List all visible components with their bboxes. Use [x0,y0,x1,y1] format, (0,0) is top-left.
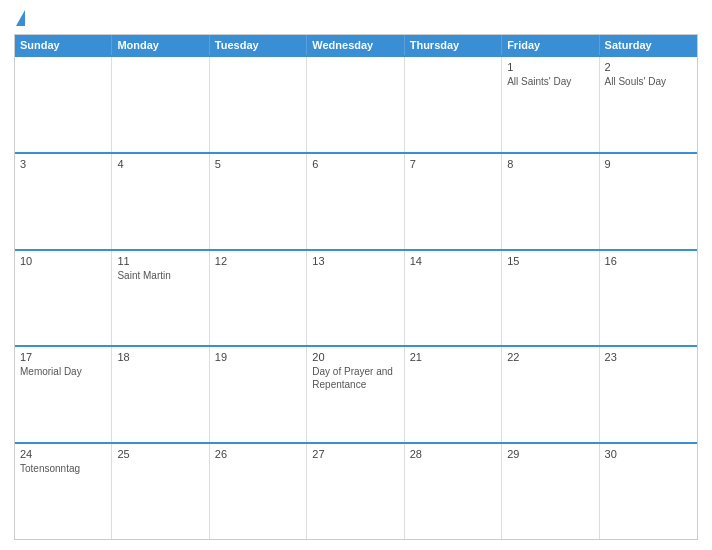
day-number: 9 [605,158,692,170]
day-number: 22 [507,351,593,363]
cal-cell: 14 [405,251,502,346]
day-event: All Souls' Day [605,75,692,88]
day-number: 20 [312,351,398,363]
cal-cell: 3 [15,154,112,249]
day-event: Saint Martin [117,269,203,282]
cal-cell [112,57,209,152]
day-number: 18 [117,351,203,363]
day-number: 23 [605,351,692,363]
day-number: 2 [605,61,692,73]
cal-cell: 11Saint Martin [112,251,209,346]
day-number: 11 [117,255,203,267]
day-number: 10 [20,255,106,267]
day-number: 19 [215,351,301,363]
cal-cell: 12 [210,251,307,346]
cal-cell: 27 [307,444,404,539]
day-number: 21 [410,351,496,363]
day-number: 6 [312,158,398,170]
cal-cell [405,57,502,152]
weekday-header-thursday: Thursday [405,35,502,55]
cal-cell [307,57,404,152]
cal-cell: 10 [15,251,112,346]
day-number: 8 [507,158,593,170]
day-number: 30 [605,448,692,460]
cal-cell: 19 [210,347,307,442]
cal-cell: 9 [600,154,697,249]
day-event: Memorial Day [20,365,106,378]
day-number: 29 [507,448,593,460]
day-number: 15 [507,255,593,267]
day-number: 1 [507,61,593,73]
day-number: 13 [312,255,398,267]
day-number: 14 [410,255,496,267]
cal-cell [15,57,112,152]
day-event: Day of Prayer and Repentance [312,365,398,391]
day-number: 3 [20,158,106,170]
day-number: 7 [410,158,496,170]
cal-cell: 7 [405,154,502,249]
page: SundayMondayTuesdayWednesdayThursdayFrid… [0,0,712,550]
weekday-header-tuesday: Tuesday [210,35,307,55]
cal-cell: 24Totensonntag [15,444,112,539]
week-row-2: 3456789 [15,152,697,249]
calendar-body: 1All Saints' Day2All Souls' Day345678910… [15,55,697,539]
calendar-header: SundayMondayTuesdayWednesdayThursdayFrid… [15,35,697,55]
cal-cell: 15 [502,251,599,346]
week-row-5: 24Totensonntag252627282930 [15,442,697,539]
week-row-1: 1All Saints' Day2All Souls' Day [15,55,697,152]
cal-cell: 25 [112,444,209,539]
cal-cell: 1All Saints' Day [502,57,599,152]
cal-cell: 8 [502,154,599,249]
header [14,10,698,26]
cal-cell: 22 [502,347,599,442]
cal-cell: 5 [210,154,307,249]
day-number: 25 [117,448,203,460]
cal-cell: 17Memorial Day [15,347,112,442]
weekday-header-friday: Friday [502,35,599,55]
cal-cell: 28 [405,444,502,539]
weekday-header-saturday: Saturday [600,35,697,55]
day-number: 28 [410,448,496,460]
day-number: 16 [605,255,692,267]
cal-cell: 16 [600,251,697,346]
cal-cell: 26 [210,444,307,539]
cal-cell: 13 [307,251,404,346]
day-event: Totensonntag [20,462,106,475]
day-number: 12 [215,255,301,267]
cal-cell: 6 [307,154,404,249]
day-number: 5 [215,158,301,170]
cal-cell: 21 [405,347,502,442]
cal-cell: 29 [502,444,599,539]
day-number: 4 [117,158,203,170]
weekday-header-sunday: Sunday [15,35,112,55]
day-number: 24 [20,448,106,460]
calendar: SundayMondayTuesdayWednesdayThursdayFrid… [14,34,698,540]
week-row-4: 17Memorial Day181920Day of Prayer and Re… [15,345,697,442]
cal-cell: 18 [112,347,209,442]
cal-cell: 4 [112,154,209,249]
cal-cell: 2All Souls' Day [600,57,697,152]
weekday-header-wednesday: Wednesday [307,35,404,55]
logo-triangle-icon [16,10,25,26]
cal-cell [210,57,307,152]
cal-cell: 20Day of Prayer and Repentance [307,347,404,442]
day-number: 17 [20,351,106,363]
day-event: All Saints' Day [507,75,593,88]
week-row-3: 1011Saint Martin1213141516 [15,249,697,346]
day-number: 26 [215,448,301,460]
cal-cell: 30 [600,444,697,539]
logo [14,10,25,26]
weekday-header-monday: Monday [112,35,209,55]
cal-cell: 23 [600,347,697,442]
day-number: 27 [312,448,398,460]
